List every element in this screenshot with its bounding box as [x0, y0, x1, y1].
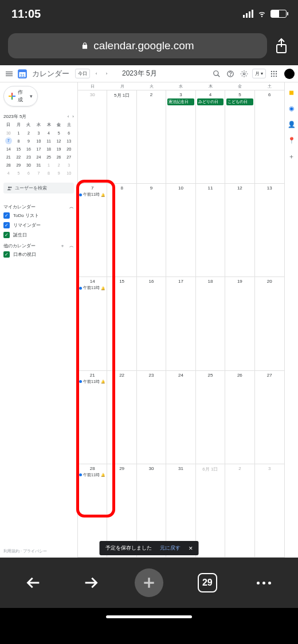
mini-day[interactable]: 9 — [54, 169, 64, 177]
mini-day[interactable]: 17 — [34, 145, 44, 153]
day-cell[interactable]: 13 — [255, 184, 284, 277]
footer-links[interactable]: 利用規約 · プライバシー — [3, 545, 74, 558]
search-people-input[interactable]: ユーザーを検索 — [3, 183, 74, 193]
my-calendars-header[interactable]: マイカレンダー ︿ — [3, 204, 74, 210]
add-icon[interactable]: ＋ — [288, 152, 296, 160]
mini-day[interactable]: 29 — [14, 161, 24, 169]
day-cell[interactable]: 11 — [196, 184, 225, 277]
event-chip[interactable]: 午前11時🔔 — [79, 285, 105, 291]
toast-close-button[interactable]: ✕ — [189, 546, 193, 551]
mini-day[interactable]: 24 — [34, 153, 44, 161]
mini-day[interactable]: 12 — [54, 137, 64, 145]
mini-day[interactable]: 22 — [14, 153, 24, 161]
mini-day[interactable]: 25 — [44, 153, 54, 161]
calendar-list-item[interactable]: ✓誕生日 — [3, 232, 74, 238]
more-button[interactable] — [252, 570, 277, 595]
create-button[interactable]: 作成 ▾ — [3, 86, 38, 106]
day-cell[interactable]: 2 — [225, 464, 254, 558]
mini-prev-button[interactable]: ‹ — [68, 114, 69, 119]
next-month-button[interactable]: › — [103, 71, 111, 76]
url-bar[interactable]: calendar.google.com — [8, 33, 267, 58]
day-cell[interactable]: 16 — [137, 277, 166, 370]
day-cell[interactable]: 20 — [255, 277, 284, 370]
menu-icon[interactable] — [3, 68, 15, 80]
day-cell[interactable]: 9 — [137, 184, 166, 277]
mini-day[interactable]: 4 — [44, 129, 54, 137]
day-cell[interactable]: 12 — [225, 184, 254, 277]
today-button[interactable]: 今日 — [75, 69, 90, 78]
mini-day[interactable]: 6 — [64, 129, 74, 137]
forward-button[interactable] — [78, 570, 103, 595]
day-cell[interactable]: 3憲法記念日 — [166, 90, 195, 184]
day-cell[interactable]: 18 — [196, 277, 225, 370]
day-cell[interactable]: 19 — [225, 277, 254, 370]
mini-day[interactable]: 18 — [44, 145, 54, 153]
prev-month-button[interactable]: ‹ — [92, 71, 100, 76]
mini-day[interactable]: 30 — [3, 129, 14, 137]
mini-next-button[interactable]: › — [72, 114, 74, 119]
holiday-chip[interactable]: みどりの日 — [197, 98, 223, 105]
mini-day[interactable]: 13 — [64, 137, 74, 145]
mini-day[interactable]: 30 — [23, 161, 34, 169]
avatar[interactable] — [284, 69, 295, 79]
day-cell[interactable]: 26 — [225, 371, 254, 464]
keep-icon[interactable]: ◼ — [288, 88, 296, 96]
day-cell[interactable]: 3 — [255, 464, 284, 558]
maps-icon[interactable]: 📍 — [288, 136, 296, 144]
day-cell[interactable]: 24 — [166, 371, 195, 464]
mini-day[interactable]: 21 — [3, 153, 14, 161]
event-chip[interactable]: 午前11時🔔 — [79, 472, 105, 478]
help-icon[interactable] — [225, 68, 236, 80]
day-cell[interactable]: 21午前11時🔔 — [78, 371, 107, 464]
settings-icon[interactable] — [238, 68, 250, 80]
mini-day[interactable]: 3 — [64, 161, 74, 169]
mini-day[interactable]: 27 — [64, 153, 74, 161]
day-cell[interactable]: 2 — [137, 90, 166, 184]
calendar-list-item[interactable]: ✓ToDo リスト — [3, 212, 74, 219]
calendar-list-item[interactable]: ✓日本の祝日 — [3, 251, 74, 258]
day-cell[interactable]: 14午前11時🔔 — [78, 277, 107, 370]
mini-day[interactable]: 5 — [54, 129, 64, 137]
toast-undo-button[interactable]: 元に戻す — [160, 544, 181, 552]
share-button[interactable] — [273, 37, 290, 54]
mini-day[interactable]: 28 — [3, 161, 14, 169]
day-cell[interactable]: 30 — [78, 90, 107, 184]
mini-day[interactable]: 26 — [54, 153, 64, 161]
mini-day[interactable]: 2 — [23, 129, 34, 137]
day-cell[interactable]: 15 — [107, 277, 136, 370]
mini-day[interactable]: 2 — [54, 161, 64, 169]
day-cell[interactable]: 5月 1日 — [107, 90, 136, 184]
mini-day[interactable]: 4 — [3, 169, 14, 177]
mini-day[interactable]: 10 — [64, 169, 74, 177]
mini-day[interactable]: 31 — [34, 161, 44, 169]
mini-day[interactable]: 9 — [23, 137, 34, 145]
day-cell[interactable]: 8 — [107, 184, 136, 277]
mini-day[interactable]: 7 — [34, 169, 44, 177]
event-chip[interactable]: 午前11時🔔 — [79, 379, 105, 385]
checkbox-icon[interactable]: ✓ — [3, 212, 10, 219]
day-cell[interactable]: 6 — [255, 90, 284, 184]
mini-day[interactable]: 8 — [14, 137, 24, 145]
day-cell[interactable]: 10 — [166, 184, 195, 277]
day-cell[interactable]: 25 — [196, 371, 225, 464]
checkbox-icon[interactable]: ✓ — [3, 222, 10, 228]
day-cell[interactable]: 6月 1日 — [196, 464, 225, 558]
mini-day[interactable]: 6 — [23, 169, 34, 177]
view-switcher[interactable]: 月▾ — [252, 69, 266, 78]
mini-day[interactable]: 16 — [23, 145, 34, 153]
tasks-icon[interactable]: ◉ — [288, 104, 296, 112]
back-button[interactable] — [21, 570, 46, 595]
checkbox-icon[interactable]: ✓ — [3, 232, 10, 238]
mini-day[interactable]: 23 — [23, 153, 34, 161]
contacts-icon[interactable]: 👤 — [288, 120, 296, 128]
mini-day[interactable]: 14 — [3, 145, 14, 153]
mini-day[interactable]: 1 — [44, 161, 54, 169]
mini-day[interactable]: 10 — [34, 137, 44, 145]
holiday-chip[interactable]: こどもの日 — [226, 98, 253, 105]
day-cell[interactable]: 17 — [166, 277, 195, 370]
day-cell[interactable]: 27 — [255, 371, 284, 464]
add-calendar-button[interactable]: ＋ — [60, 243, 65, 249]
search-icon[interactable] — [211, 68, 222, 80]
mini-day[interactable]: 3 — [34, 129, 44, 137]
mini-day[interactable]: 20 — [64, 145, 74, 153]
